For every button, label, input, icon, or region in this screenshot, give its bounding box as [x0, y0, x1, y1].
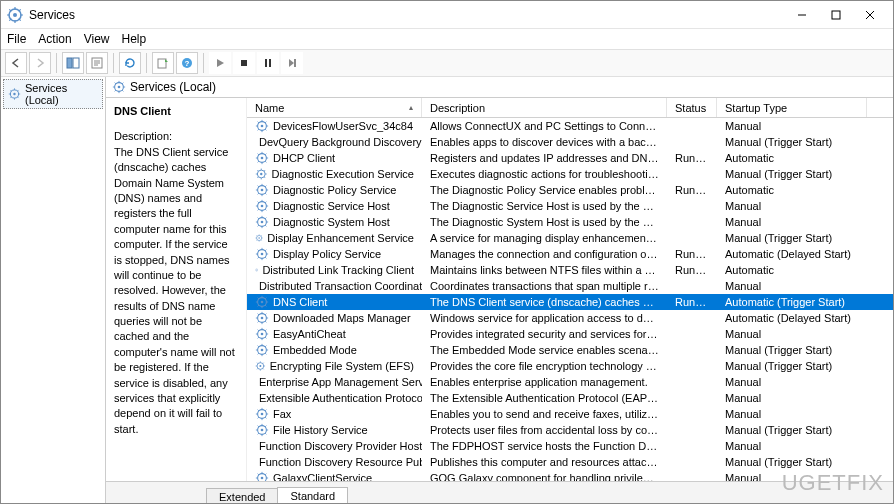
stop-service-button[interactable]: [233, 52, 255, 74]
table-row[interactable]: DNS ClientThe DNS Client service (dnscac…: [247, 294, 893, 310]
cell-description: Protects user files from accidental loss…: [422, 424, 667, 436]
cell-name: DevQuery Background Discovery Broker: [247, 135, 422, 149]
gear-icon: [255, 151, 269, 165]
cell-description: The Extensible Authentication Protocol (…: [422, 392, 667, 404]
table-row[interactable]: Enterprise App Management ServiceEnables…: [247, 374, 893, 390]
table-row[interactable]: Diagnostic System HostThe Diagnostic Sys…: [247, 214, 893, 230]
table-row[interactable]: EasyAntiCheatProvides integrated securit…: [247, 326, 893, 342]
gear-icon: [255, 247, 269, 261]
cell-startup: Manual (Trigger Start): [717, 456, 867, 468]
gear-icon: [255, 407, 269, 421]
gear-icon: [255, 343, 269, 357]
cell-description: Provides integrated security and service…: [422, 328, 667, 340]
svg-point-30: [261, 221, 264, 224]
tab-standard[interactable]: Standard: [277, 487, 348, 503]
table-row[interactable]: Diagnostic Service HostThe Diagnostic Se…: [247, 198, 893, 214]
cell-startup: Manual: [717, 376, 867, 388]
table-row[interactable]: DevicesFlowUserSvc_34c84Allows ConnectUX…: [247, 118, 893, 134]
table-row[interactable]: Function Discovery Resource PublicationP…: [247, 454, 893, 470]
cell-name: Diagnostic Execution Service: [247, 167, 422, 181]
cell-description: Manages the connection and configuration…: [422, 248, 667, 260]
column-status[interactable]: Status: [667, 98, 717, 117]
table-row[interactable]: Embedded ModeThe Embedded Mode service e…: [247, 342, 893, 358]
cell-name: Fax: [247, 407, 422, 421]
cell-name: Downloaded Maps Manager: [247, 311, 422, 325]
svg-rect-4: [73, 58, 79, 68]
column-header-row: Name▴ Description Status Startup Type: [247, 98, 893, 118]
start-service-button[interactable]: [209, 52, 231, 74]
export-button[interactable]: [152, 52, 174, 74]
table-row[interactable]: Diagnostic Policy ServiceThe Diagnostic …: [247, 182, 893, 198]
cell-description: A service for managing display enhanceme…: [422, 232, 667, 244]
cell-name: Function Discovery Provider Host: [247, 439, 422, 453]
description-pane: DNS Client Description: The DNS Client s…: [106, 98, 246, 481]
close-button[interactable]: [853, 4, 887, 26]
menu-action[interactable]: Action: [38, 32, 71, 46]
table-row[interactable]: DHCP ClientRegisters and updates IP addr…: [247, 150, 893, 166]
cell-startup: Manual: [717, 328, 867, 340]
cell-description: Enables apps to discover devices with a …: [422, 136, 667, 148]
sort-ascending-icon: ▴: [409, 103, 413, 112]
svg-point-26: [261, 189, 264, 192]
cell-description: Maintains links between NTFS files withi…: [422, 264, 667, 276]
table-row[interactable]: Distributed Transaction CoordinatorCoord…: [247, 278, 893, 294]
cell-status: Running: [667, 264, 717, 276]
tree-services-local[interactable]: Services (Local): [3, 79, 103, 109]
show-hide-tree-button[interactable]: [62, 52, 84, 74]
tab-extended[interactable]: Extended: [206, 488, 278, 503]
maximize-button[interactable]: [819, 4, 853, 26]
table-row[interactable]: Display Policy ServiceManages the connec…: [247, 246, 893, 262]
table-row[interactable]: Downloaded Maps ManagerWindows service f…: [247, 310, 893, 326]
table-row[interactable]: Function Discovery Provider HostThe FDPH…: [247, 438, 893, 454]
cell-name: Diagnostic Policy Service: [247, 183, 422, 197]
help-button[interactable]: ?: [176, 52, 198, 74]
gear-icon: [255, 423, 269, 437]
back-button[interactable]: [5, 52, 27, 74]
table-row[interactable]: Display Enhancement ServiceA service for…: [247, 230, 893, 246]
forward-button[interactable]: [29, 52, 51, 74]
svg-rect-12: [294, 59, 296, 67]
svg-text:?: ?: [185, 59, 190, 68]
svg-rect-3: [67, 58, 72, 68]
service-rows[interactable]: DevicesFlowUserSvc_34c84Allows ConnectUX…: [247, 118, 893, 481]
toolbar: ?: [1, 49, 893, 77]
minimize-button[interactable]: [785, 4, 819, 26]
cell-startup: Manual: [717, 280, 867, 292]
table-row[interactable]: Extensible Authentication ProtocolThe Ex…: [247, 390, 893, 406]
cell-name: Diagnostic Service Host: [247, 199, 422, 213]
gear-icon: [255, 231, 263, 245]
column-description[interactable]: Description: [422, 98, 667, 117]
table-row[interactable]: GalaxyClientServiceGOG Galaxy component …: [247, 470, 893, 481]
service-list: Name▴ Description Status Startup Type De…: [246, 98, 893, 481]
cell-name: EasyAntiCheat: [247, 327, 422, 341]
menu-file[interactable]: File: [7, 32, 26, 46]
table-row[interactable]: Encrypting File System (EFS)Provides the…: [247, 358, 893, 374]
column-name[interactable]: Name▴: [247, 98, 422, 117]
svg-point-48: [259, 365, 261, 367]
table-row[interactable]: Diagnostic Execution ServiceExecutes dia…: [247, 166, 893, 182]
cell-startup: Manual: [717, 440, 867, 452]
table-row[interactable]: FaxEnables you to send and receive faxes…: [247, 406, 893, 422]
cell-name: DNS Client: [247, 295, 422, 309]
cell-status: Running: [667, 184, 717, 196]
menu-view[interactable]: View: [84, 32, 110, 46]
table-row[interactable]: Distributed Link Tracking ClientMaintain…: [247, 262, 893, 278]
gear-icon: [255, 119, 269, 133]
refresh-button[interactable]: [119, 52, 141, 74]
menu-help[interactable]: Help: [122, 32, 147, 46]
cell-description: The DNS Client service (dnscache) caches…: [422, 296, 667, 308]
restart-service-button[interactable]: [281, 52, 303, 74]
column-startup-type[interactable]: Startup Type: [717, 98, 867, 117]
cell-description: Registers and updates IP addresses and D…: [422, 152, 667, 164]
cell-description: Windows service for application access t…: [422, 312, 667, 324]
pause-service-button[interactable]: [257, 52, 279, 74]
menu-bar: File Action View Help: [1, 29, 893, 49]
table-row[interactable]: DevQuery Background Discovery BrokerEnab…: [247, 134, 893, 150]
table-row[interactable]: File History ServiceProtects user files …: [247, 422, 893, 438]
properties-button[interactable]: [86, 52, 108, 74]
svg-point-62: [261, 477, 264, 480]
cell-startup: Automatic: [717, 152, 867, 164]
cell-startup: Manual: [717, 408, 867, 420]
cell-startup: Automatic: [717, 184, 867, 196]
svg-point-44: [261, 333, 264, 336]
